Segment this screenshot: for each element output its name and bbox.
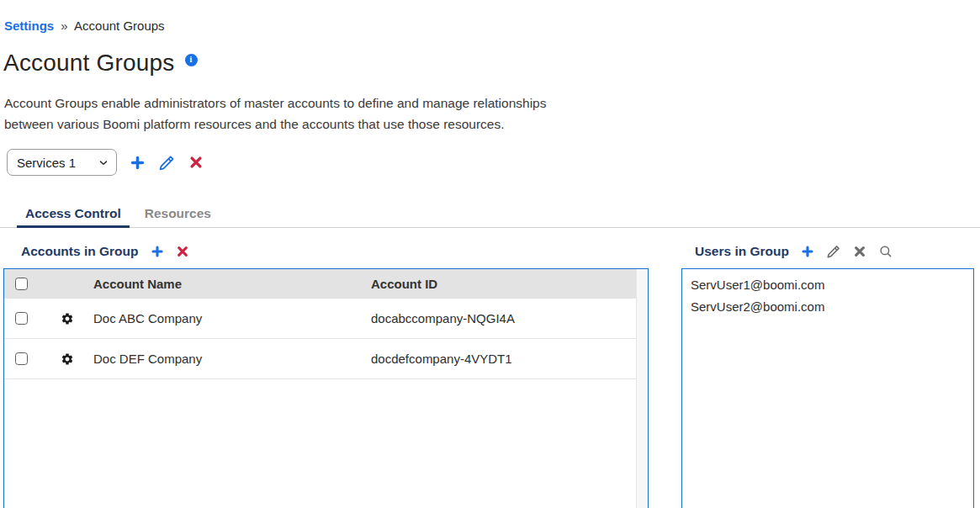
users-list: ServUser1@boomi.com ServUser2@boomi.com: [681, 268, 974, 508]
edit-user-button[interactable]: [826, 244, 841, 259]
table-row[interactable]: Doc DEF Company docdefcompany-4VYDT1: [4, 339, 636, 379]
column-header-account-name[interactable]: Account Name: [93, 277, 371, 291]
pencil-icon: [826, 244, 841, 259]
x-icon: [176, 245, 189, 258]
edit-group-button[interactable]: [158, 154, 176, 172]
breadcrumb-settings-link[interactable]: Settings: [4, 19, 54, 33]
users-panel-header: Users in Group: [695, 244, 893, 259]
group-selector-row: Services 1: [7, 149, 980, 176]
remove-user-button[interactable]: [853, 245, 866, 258]
pencil-icon: [158, 154, 176, 172]
list-item[interactable]: ServUser1@boomi.com: [682, 274, 973, 296]
breadcrumb-current: Account Groups: [74, 19, 165, 33]
table-scrollbar[interactable]: [636, 269, 648, 508]
search-users-button[interactable]: [878, 244, 893, 259]
list-item[interactable]: ServUser2@boomi.com: [682, 296, 973, 318]
users-panel-title: Users in Group: [695, 244, 789, 259]
info-icon[interactable]: i: [185, 54, 198, 66]
magnifier-icon: [878, 244, 893, 259]
accounts-panel-title: Accounts in Group: [21, 244, 139, 259]
accounts-table-body: Account Name Account ID Doc ABC Company …: [4, 269, 636, 379]
row-checkbox[interactable]: [15, 312, 28, 325]
add-user-button[interactable]: [801, 245, 814, 258]
plus-icon: [130, 155, 146, 171]
x-icon: [188, 155, 204, 170]
accounts-panel-header: Accounts in Group: [21, 244, 189, 259]
row-checkbox[interactable]: [15, 352, 28, 365]
breadcrumb: Settings » Account Groups: [0, 0, 980, 33]
add-group-button[interactable]: [130, 155, 146, 171]
breadcrumb-separator: »: [61, 19, 67, 33]
x-icon: [853, 245, 866, 258]
accounts-table-header-row: Account Name Account ID: [4, 269, 636, 299]
accounts-table: Account Name Account ID Doc ABC Company …: [3, 268, 649, 508]
account-name: Doc DEF Company: [93, 352, 371, 366]
plus-icon: [151, 245, 164, 258]
column-header-account-id[interactable]: Account ID: [371, 277, 636, 291]
delete-group-button[interactable]: [188, 155, 204, 170]
tab-bar: Access Control Resources: [0, 207, 980, 228]
remove-account-button[interactable]: [176, 245, 189, 258]
add-account-button[interactable]: [151, 245, 164, 258]
account-name: Doc ABC Company: [93, 311, 371, 325]
table-row[interactable]: Doc ABC Company docabccompany-NQGI4A: [4, 299, 636, 339]
gear-icon: [61, 352, 74, 366]
plus-icon: [801, 245, 814, 258]
tab-access-control[interactable]: Access Control: [17, 207, 130, 227]
select-all-checkbox[interactable]: [15, 278, 28, 290]
page-title-row: Account Groups i: [3, 46, 980, 80]
gear-icon: [61, 312, 74, 325]
group-select-wrap: Services 1: [7, 149, 117, 176]
account-id: docabccompany-NQGI4A: [371, 311, 636, 325]
tab-resources[interactable]: Resources: [136, 207, 220, 227]
group-select[interactable]: Services 1: [7, 149, 117, 176]
panel-area: Accounts in Group Account Name Account I…: [0, 228, 980, 508]
page-description: Account Groups enable administrators of …: [4, 93, 644, 135]
page-title: Account Groups: [3, 46, 175, 80]
account-id: docdefcompany-4VYDT1: [371, 352, 636, 366]
